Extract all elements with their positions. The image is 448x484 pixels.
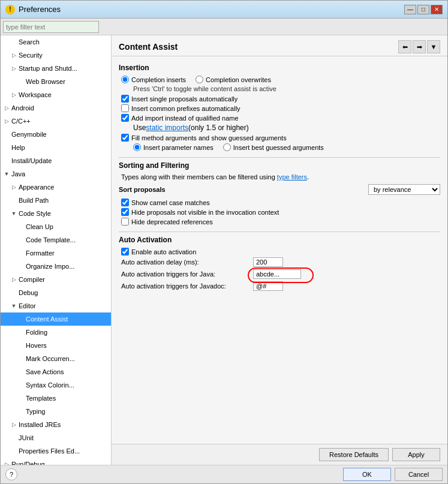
add-import-checkbox[interactable] <box>121 114 129 122</box>
static-imports-prefix: Use <box>133 124 146 132</box>
sidebar-item-buildpath[interactable]: Build Path <box>1 194 111 207</box>
nav-dropdown-button[interactable]: ▼ <box>427 40 440 53</box>
delay-input[interactable] <box>253 257 283 267</box>
radio-completion-inserts[interactable] <box>121 76 129 83</box>
sidebar-item-hovers[interactable]: Hovers <box>1 339 111 352</box>
sidebar-item-search[interactable]: Search <box>1 35 111 49</box>
sidebar-item-cpp[interactable]: ▷C/C++ <box>1 115 111 128</box>
activation-section: Auto Activation Enable auto activation A… <box>119 236 440 291</box>
ok-button[interactable]: OK <box>343 468 391 481</box>
insert-common-checkbox[interactable] <box>121 104 129 112</box>
expand-startup-icon: ▷ <box>10 65 17 72</box>
sidebar-item-compiler[interactable]: ▷Compiler <box>1 273 111 286</box>
ctrl-hint-text: Press 'Ctrl' to toggle while content ass… <box>119 85 440 92</box>
fill-methods-label[interactable]: Fill method arguments and show guessed a… <box>121 134 287 142</box>
no-expand-icon <box>3 157 10 164</box>
triggers-java-input[interactable] <box>253 269 301 279</box>
sidebar-item-rundebug[interactable]: ▷Run/Debug <box>1 458 111 465</box>
fill-methods-checkbox[interactable] <box>121 134 129 142</box>
sidebar-item-java[interactable]: ▼Java <box>1 167 111 181</box>
sidebar-item-typing[interactable]: Typing <box>1 405 111 418</box>
radio-completion-overwrites-label[interactable]: Completion overwrites <box>196 76 271 83</box>
sidebar-item-folding[interactable]: Folding <box>1 326 111 339</box>
sidebar-item-saveactions[interactable]: Save Actions <box>1 365 111 378</box>
sidebar-item-installupdate[interactable]: Install/Update <box>1 154 111 167</box>
sidebar-item-cleanup[interactable]: Clean Up <box>1 220 111 233</box>
sidebar-item-codestyle[interactable]: ▼Code Style <box>1 207 111 220</box>
show-camel-label[interactable]: Show camel case matches <box>121 199 210 206</box>
sidebar-item-junit[interactable]: JUnit <box>1 431 111 444</box>
no-expand-icon <box>17 355 25 362</box>
hide-deprecated-checkbox[interactable] <box>121 218 129 226</box>
hide-invisible-checkbox[interactable] <box>121 208 129 216</box>
nav-forward-button[interactable]: ➡ <box>413 40 426 53</box>
sidebar-item-codetemplates[interactable]: Code Template... <box>1 233 111 246</box>
radio-insert-param-label[interactable]: Insert parameter names <box>133 143 214 151</box>
radio-completion-overwrites[interactable] <box>196 76 203 83</box>
sidebar-item-editor[interactable]: ▼Editor <box>1 299 111 312</box>
add-import-text: Add import instead of qualified name <box>131 115 239 122</box>
sort-proposals-select[interactable]: by relevance <box>368 184 440 195</box>
sidebar-item-appearance[interactable]: ▷Appearance <box>1 181 111 194</box>
insert-single-label[interactable]: Insert single proposals automatically <box>121 95 237 103</box>
triggers-javadoc-row: Auto activation triggers for Javadoc: <box>119 281 440 291</box>
minimize-button[interactable]: — <box>404 5 416 14</box>
add-import-row: Add import instead of qualified name <box>119 114 440 122</box>
enable-activation-label[interactable]: Enable auto activation <box>121 248 196 255</box>
sidebar-item-help[interactable]: Help <box>1 141 111 154</box>
sidebar-item-genymobile[interactable]: Genymobile <box>1 128 111 141</box>
show-camel-checkbox[interactable] <box>121 199 129 206</box>
hide-invisible-label[interactable]: Hide proposals not visible in the invoca… <box>121 208 279 216</box>
maximize-button[interactable]: □ <box>417 5 429 14</box>
help-button[interactable]: ? <box>5 468 17 480</box>
triggers-javadoc-input[interactable] <box>253 281 283 291</box>
add-import-label[interactable]: Add import instead of qualified name <box>121 114 239 122</box>
sidebar-item-installedjres[interactable]: ▷Installed JREs <box>1 418 111 431</box>
type-filters-link[interactable]: type filters <box>277 173 307 181</box>
nav-back-button[interactable]: ⬅ <box>398 40 411 53</box>
sidebar-item-security[interactable]: ▷Security <box>1 49 111 62</box>
nav-icons: ⬅ ➡ ▼ <box>398 40 440 53</box>
sidebar-item-workspace[interactable]: ▷Workspace <box>1 88 111 101</box>
restore-defaults-button[interactable]: Restore Defaults <box>319 448 389 461</box>
filter-input[interactable] <box>3 21 99 33</box>
expand-cpp-icon: ▷ <box>3 118 10 125</box>
sidebar-item-android[interactable]: ▷Android <box>1 101 111 115</box>
expand-compiler-icon: ▷ <box>10 276 17 283</box>
radio-insert-param[interactable] <box>133 143 141 151</box>
close-button[interactable]: ✕ <box>431 5 443 14</box>
sidebar-item-organizeimports[interactable]: Organize Impo... <box>1 260 111 273</box>
no-expand-icon <box>17 249 25 257</box>
insert-single-row: Insert single proposals automatically <box>119 95 440 103</box>
no-expand-icon <box>17 223 25 230</box>
sidebar-item-syntaxcoloring[interactable]: Syntax Colorin... <box>1 378 111 392</box>
radio-best-guessed[interactable] <box>223 143 231 151</box>
sidebar-item-contentassist[interactable]: Content Assist <box>1 312 111 326</box>
radio-best-guessed-label[interactable]: Insert best guessed arguments <box>223 143 324 151</box>
sidebar-item-webbrowser[interactable]: Web Browser <box>1 75 111 88</box>
insert-single-checkbox[interactable] <box>121 95 129 103</box>
sidebar-item-startup[interactable]: ▷Startup and Shutd... <box>1 62 111 75</box>
radio-completion-row: Completion inserts Completion overwrites <box>119 76 440 83</box>
insert-common-row: Insert common prefixes automatically <box>119 104 440 112</box>
hide-invisible-text: Hide proposals not visible in the invoca… <box>131 209 279 216</box>
sidebar-item-templates[interactable]: Templates <box>1 392 111 405</box>
expand-workspace-icon: ▷ <box>10 91 17 98</box>
enable-activation-checkbox[interactable] <box>121 248 129 255</box>
expand-security-icon: ▷ <box>10 52 17 59</box>
static-imports-link[interactable]: static imports <box>146 124 188 132</box>
sidebar-item-markoccurrences[interactable]: Mark Occurren... <box>1 352 111 365</box>
apply-button[interactable]: Apply <box>392 448 440 461</box>
insert-common-label[interactable]: Insert common prefixes automatically <box>121 104 240 112</box>
sidebar-item-debug[interactable]: Debug <box>1 286 111 299</box>
hide-deprecated-label[interactable]: Hide deprecated references <box>121 218 213 226</box>
expand-android-icon: ▷ <box>3 104 10 112</box>
cancel-button[interactable]: Cancel <box>395 468 443 481</box>
radio-completion-inserts-label[interactable]: Completion inserts <box>121 76 186 83</box>
expand-editor-icon: ▼ <box>10 302 17 309</box>
panel-title: Content Assist <box>119 42 178 52</box>
sidebar-scroll[interactable]: Search ▷Security ▷Startup and Shutd... W… <box>1 35 111 465</box>
sidebar-item-propertiesfiles[interactable]: Properties Files Ed... <box>1 444 111 458</box>
sidebar-item-formatter[interactable]: Formatter <box>1 246 111 260</box>
activation-title: Auto Activation <box>119 236 440 244</box>
